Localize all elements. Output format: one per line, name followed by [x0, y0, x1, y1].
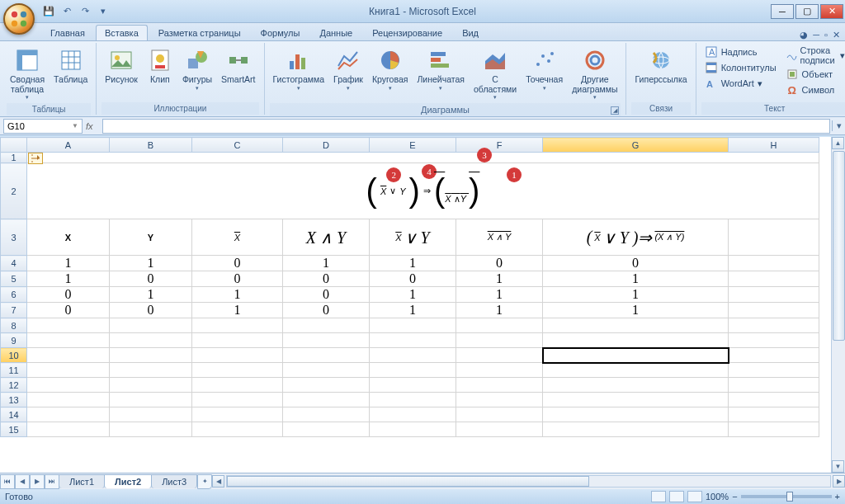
- tab-view[interactable]: Вид: [453, 25, 488, 40]
- col-header-E[interactable]: E: [370, 138, 456, 153]
- column-chart-button[interactable]: Гистограмма: [270, 45, 328, 94]
- signature-button[interactable]: Строка подписи ▾: [782, 45, 845, 66]
- fx-icon[interactable]: fx: [86, 121, 99, 131]
- scroll-thumb[interactable]: [833, 151, 845, 341]
- symbol-button[interactable]: ΩСимвол: [782, 82, 845, 97]
- col-header-H[interactable]: H: [729, 138, 819, 153]
- tab-insert[interactable]: Вставка: [96, 25, 148, 40]
- horizontal-scrollbar[interactable]: [226, 475, 831, 488]
- tab-data[interactable]: Данные: [310, 25, 361, 40]
- view-pagebreak-button[interactable]: [687, 491, 702, 502]
- smartart-button[interactable]: SmartArt: [218, 45, 258, 87]
- zoom-in-button[interactable]: +: [835, 492, 840, 502]
- pie-chart-button[interactable]: Круговая: [369, 45, 412, 94]
- formula-input[interactable]: [102, 119, 830, 134]
- select-all-corner[interactable]: [1, 138, 27, 153]
- close-button[interactable]: ✕: [820, 4, 843, 19]
- col-header-G[interactable]: G: [543, 138, 729, 153]
- main-formula-display: ( X ∨2 Y ) ⇒4 3 (X ∧1Y ): [27, 167, 819, 214]
- row-header[interactable]: 10: [1, 348, 27, 363]
- row-header[interactable]: 9: [1, 333, 27, 348]
- doc-minimize-icon[interactable]: ─: [813, 30, 819, 40]
- new-sheet-button[interactable]: ✦: [197, 474, 212, 489]
- col-header-C[interactable]: C: [192, 138, 283, 153]
- sheet-tab[interactable]: Лист2: [104, 474, 152, 488]
- row-header[interactable]: 14: [1, 407, 27, 422]
- svg-rect-46: [790, 72, 795, 77]
- svg-point-0: [12, 12, 17, 17]
- zoom-out-button[interactable]: −: [732, 492, 737, 502]
- sheet-tab[interactable]: Лист3: [151, 474, 197, 488]
- row-header[interactable]: 8: [1, 318, 27, 333]
- zoom-slider[interactable]: [741, 495, 832, 498]
- pivot-table-button[interactable]: Сводная таблица: [7, 45, 48, 103]
- doc-restore-icon[interactable]: ▫: [824, 30, 828, 40]
- office-button[interactable]: [3, 3, 35, 35]
- doc-close-icon[interactable]: ✕: [833, 30, 840, 40]
- row-header[interactable]: 6: [1, 287, 27, 303]
- shapes-button[interactable]: Фигуры: [179, 45, 215, 94]
- table-button[interactable]: Таблица: [50, 45, 91, 87]
- row-header[interactable]: 11: [1, 363, 27, 378]
- sheet-tab[interactable]: Лист1: [59, 474, 105, 488]
- sheet-nav-next[interactable]: ▶: [30, 474, 45, 489]
- clip-button[interactable]: Клип: [144, 45, 177, 87]
- col-header-A[interactable]: A: [27, 138, 110, 153]
- headerfooter-button[interactable]: Колонтитулы: [701, 60, 780, 75]
- row-header[interactable]: 13: [1, 393, 27, 407]
- minimize-button[interactable]: ─: [771, 4, 794, 19]
- svg-point-33: [547, 59, 550, 63]
- view-layout-button[interactable]: [669, 491, 684, 502]
- row-header[interactable]: 12: [1, 378, 27, 393]
- textbox-button[interactable]: AНадпись: [701, 45, 780, 59]
- col-header-F[interactable]: F: [456, 138, 543, 153]
- row-header[interactable]: 7: [1, 303, 27, 318]
- selected-cell[interactable]: [543, 348, 729, 363]
- zoom-level[interactable]: 100%: [706, 492, 729, 502]
- name-box[interactable]: G10▼: [3, 119, 83, 134]
- sheet-nav-first[interactable]: ⏮: [0, 474, 15, 489]
- scatter-chart-button[interactable]: Точечная: [522, 45, 566, 94]
- worksheet-grid[interactable]: A B C D E F G H 1 2 ( X ∨2 Y ) ⇒4 3 (X ∧…: [0, 137, 845, 473]
- hscroll-right-button[interactable]: ▶: [833, 475, 845, 488]
- group-label-text: Текст: [701, 102, 845, 115]
- bar-chart-button[interactable]: Линейчатая: [413, 45, 468, 94]
- col-header-B[interactable]: B: [110, 138, 192, 153]
- scroll-down-button[interactable]: ▼: [832, 460, 844, 473]
- row-header[interactable]: 15: [1, 422, 27, 437]
- row-header[interactable]: 4: [1, 256, 27, 271]
- other-charts-button[interactable]: Другие диаграммы: [569, 45, 621, 103]
- redo-icon[interactable]: ↷: [78, 4, 92, 19]
- help-icon[interactable]: ◕: [800, 30, 808, 40]
- object-button[interactable]: Объект: [782, 67, 845, 82]
- tab-review[interactable]: Рецензирование: [363, 25, 451, 40]
- hscroll-left-button[interactable]: ◀: [212, 475, 224, 488]
- qat-dropdown-icon[interactable]: ▾: [96, 4, 111, 19]
- tab-home[interactable]: Главная: [41, 25, 94, 40]
- hscroll-thumb[interactable]: [227, 476, 588, 487]
- tab-page-layout[interactable]: Разметка страницы: [149, 25, 250, 40]
- group-tables: Сводная таблица Таблица Таблицы: [2, 43, 97, 115]
- row-header[interactable]: 2: [1, 163, 27, 219]
- area-chart-button[interactable]: С областями: [470, 45, 520, 103]
- row-header[interactable]: 5: [1, 271, 27, 287]
- line-chart-button[interactable]: График: [330, 45, 366, 94]
- save-icon[interactable]: 💾: [41, 4, 56, 19]
- picture-button[interactable]: Рисунок: [101, 45, 141, 87]
- scroll-up-button[interactable]: ▲: [832, 137, 844, 149]
- row-header[interactable]: 1: [1, 153, 27, 163]
- autofill-options-icon[interactable]: [28, 153, 43, 164]
- undo-icon[interactable]: ↶: [59, 4, 74, 19]
- hyperlink-button[interactable]: Гиперссылка: [631, 45, 690, 87]
- view-normal-button[interactable]: [651, 491, 666, 502]
- row-header[interactable]: 3: [1, 219, 27, 256]
- vertical-scrollbar[interactable]: ▲ ▼: [831, 137, 845, 473]
- formula-expand-icon[interactable]: ▾: [832, 120, 845, 131]
- col-header-D[interactable]: D: [283, 138, 370, 153]
- charts-dialog-icon[interactable]: ◢: [611, 106, 619, 115]
- wordart-button[interactable]: AWordArt ▾: [701, 76, 780, 91]
- maximize-button[interactable]: ▢: [795, 4, 819, 19]
- sheet-nav-last[interactable]: ⏭: [45, 474, 59, 489]
- tab-formulas[interactable]: Формулы: [252, 25, 309, 40]
- sheet-nav-prev[interactable]: ◀: [15, 474, 30, 489]
